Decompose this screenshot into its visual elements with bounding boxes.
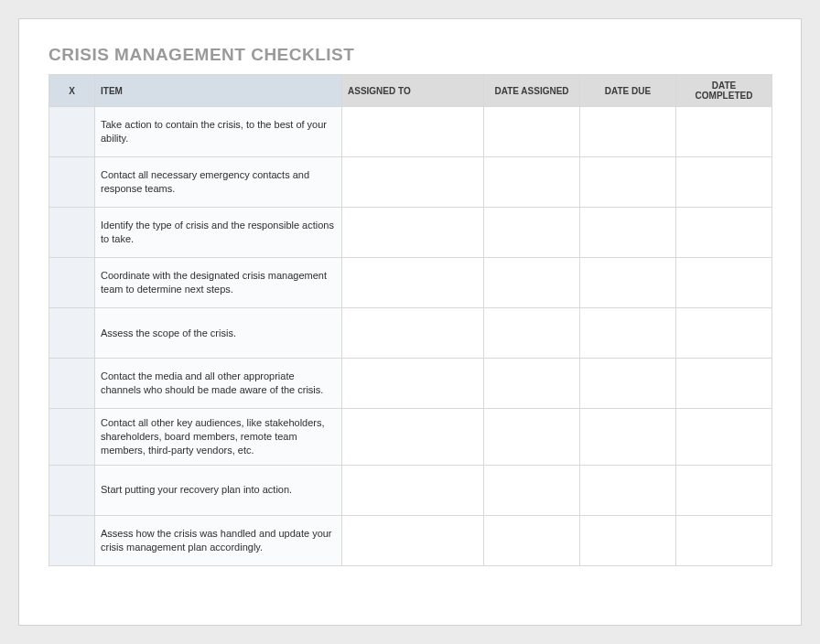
cell-item: Contact the media and all other appropri… [95,359,342,409]
cell-x [49,208,95,258]
cell-date-due [580,308,676,359]
checklist-table: X ITEM ASSIGNED TO DATE ASSIGNED DATE DU… [49,74,772,566]
table-row: Take action to contain the crisis, to th… [49,107,772,157]
cell-item: Contact all necessary emergency contacts… [95,157,342,208]
header-date-due: DATE DUE [580,75,676,107]
cell-x [49,359,95,409]
cell-date-completed [676,157,772,208]
header-date-assigned: DATE ASSIGNED [484,75,580,107]
document-page: CRISIS MANAGEMENT CHECKLIST X ITEM ASSIG… [18,18,802,626]
cell-item: Coordinate with the designated crisis ma… [95,258,342,308]
table-row: Assess the scope of the crisis. [49,308,772,359]
cell-item: Assess how the crisis was handled and up… [95,515,342,565]
header-x: X [49,75,95,107]
cell-date-assigned [484,208,580,258]
cell-date-due [580,157,676,208]
cell-assigned-to [342,409,484,466]
cell-date-due [580,208,676,258]
header-date-completed: DATE COMPLETED [676,75,772,107]
cell-date-due [580,107,676,157]
cell-date-assigned [484,465,580,515]
cell-date-completed [676,208,772,258]
cell-date-assigned [484,409,580,466]
cell-item: Start putting your recovery plan into ac… [95,465,342,515]
table-row: Coordinate with the designated crisis ma… [49,258,772,308]
cell-x [49,515,95,565]
cell-date-completed [676,359,772,409]
cell-date-assigned [484,308,580,359]
cell-date-completed [676,409,772,466]
cell-date-assigned [484,515,580,565]
cell-date-due [580,409,676,466]
table-row: Identify the type of crisis and the resp… [49,208,772,258]
cell-date-assigned [484,157,580,208]
cell-date-completed [676,308,772,359]
cell-assigned-to [342,157,484,208]
cell-date-due [580,258,676,308]
cell-assigned-to [342,208,484,258]
table-header: X ITEM ASSIGNED TO DATE ASSIGNED DATE DU… [49,75,772,107]
cell-item: Identify the type of crisis and the resp… [95,208,342,258]
cell-assigned-to [342,308,484,359]
cell-item: Contact all other key audiences, like st… [95,409,342,466]
cell-date-due [580,465,676,515]
cell-assigned-to [342,258,484,308]
cell-assigned-to [342,465,484,515]
cell-assigned-to [342,359,484,409]
cell-x [49,157,95,208]
table-row: Contact all other key audiences, like st… [49,409,772,466]
cell-x [49,308,95,359]
cell-assigned-to [342,515,484,565]
cell-date-completed [676,258,772,308]
cell-date-assigned [484,107,580,157]
cell-date-assigned [484,258,580,308]
cell-item: Assess the scope of the crisis. [95,308,342,359]
header-item: ITEM [95,75,342,107]
cell-assigned-to [342,107,484,157]
cell-x [49,465,95,515]
table-row: Assess how the crisis was handled and up… [49,515,772,565]
table-row: Contact the media and all other appropri… [49,359,772,409]
header-assigned-to: ASSIGNED TO [342,75,484,107]
cell-date-assigned [484,359,580,409]
table-row: Start putting your recovery plan into ac… [49,465,772,515]
cell-date-due [580,359,676,409]
cell-date-due [580,515,676,565]
cell-x [49,107,95,157]
cell-item: Take action to contain the crisis, to th… [95,107,342,157]
table-row: Contact all necessary emergency contacts… [49,157,772,208]
cell-date-completed [676,107,772,157]
cell-date-completed [676,465,772,515]
page-title: CRISIS MANAGEMENT CHECKLIST [49,45,771,65]
cell-date-completed [676,515,772,565]
cell-x [49,409,95,466]
table-body: Take action to contain the crisis, to th… [49,107,772,566]
cell-x [49,258,95,308]
